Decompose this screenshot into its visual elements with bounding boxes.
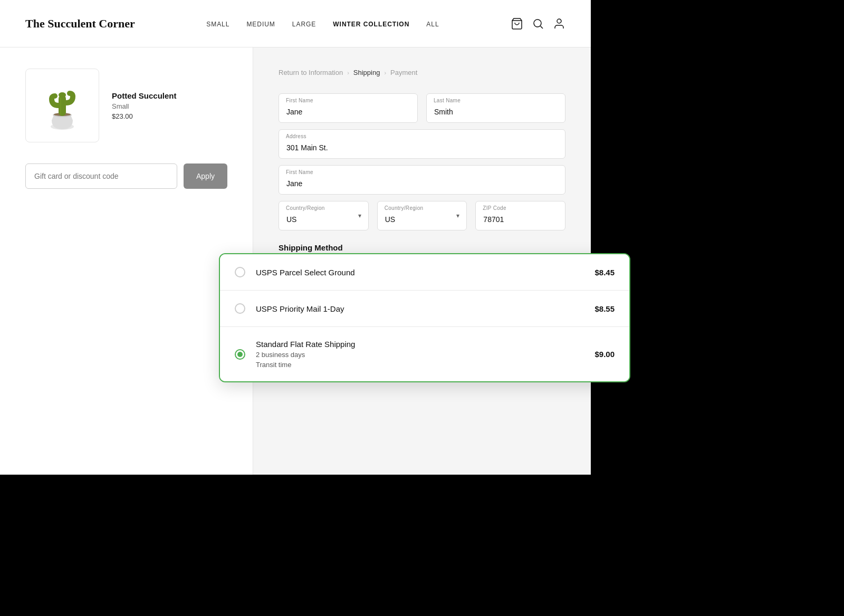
nav-item-small[interactable]: SMALL — [206, 19, 229, 28]
country-zip-row: Country/Region US CA GB Country/Region U… — [279, 201, 565, 230]
nav-link-all: ALL — [426, 21, 439, 28]
first-name-field: First Name — [279, 93, 418, 123]
shipping-method-title: Shipping Method — [279, 243, 565, 252]
nav-link-winter: WINTER COLLECTION — [333, 21, 409, 28]
shipping-price-1: $8.45 — [594, 268, 615, 277]
svg-point-3 — [557, 19, 561, 23]
product-variant: Small — [112, 102, 227, 110]
last-name-field: Last Name — [426, 93, 565, 123]
product-item: Potted Succulent Small $23.00 — [25, 69, 227, 142]
nav-links: SMALL MEDIUM LARGE WINTER COLLECTION ALL — [135, 19, 511, 28]
cart-icon[interactable] — [511, 17, 523, 30]
svg-point-1 — [534, 20, 541, 27]
apply-button[interactable]: Apply — [184, 163, 227, 189]
first-name2-field: First Name — [279, 165, 565, 195]
product-image — [25, 69, 99, 142]
nav-item-medium[interactable]: MEDIUM — [246, 19, 275, 28]
radio-1[interactable] — [235, 267, 245, 277]
dark-bottom — [0, 475, 844, 616]
shipping-detail2-3: Transit time — [256, 361, 594, 369]
header: The Succulent Corner SMALL MEDIUM LARGE … — [0, 0, 591, 47]
breadcrumb-payment: Payment — [390, 69, 417, 76]
breadcrumb-chevron1: › — [347, 70, 349, 76]
address-field: Address — [279, 129, 565, 159]
shipping-detail1-3: 2 business days — [256, 351, 594, 359]
shipping-price-2: $8.55 — [594, 304, 615, 313]
breadcrumb-shipping: Shipping — [353, 69, 380, 76]
cactus-illustration — [41, 79, 83, 132]
address-row: Address — [279, 129, 565, 159]
shipping-card: USPS Parcel Select Ground $8.45 USPS Pri… — [219, 253, 630, 382]
shipping-option-3[interactable]: Standard Flat Rate Shipping 2 business d… — [220, 327, 629, 381]
nav-link-small: SMALL — [206, 21, 229, 28]
nav-item-large[interactable]: LARGE — [292, 19, 316, 28]
nav-link-medium: MEDIUM — [246, 21, 275, 28]
search-icon[interactable] — [532, 17, 544, 30]
nav-item-winter[interactable]: WINTER COLLECTION — [333, 19, 409, 28]
breadcrumb-chevron2: › — [384, 70, 386, 76]
product-name: Potted Succulent — [112, 91, 227, 100]
country2-select[interactable]: US CA GB — [377, 201, 467, 230]
shipping-label-1: USPS Parcel Select Ground — [256, 268, 594, 277]
breadcrumb-return[interactable]: Return to Information — [279, 69, 343, 76]
country1-field: Country/Region US CA GB — [279, 201, 369, 230]
shipping-option-1[interactable]: USPS Parcel Select Ground $8.45 — [220, 254, 629, 291]
discount-input[interactable] — [25, 163, 177, 189]
shipping-option-2[interactable]: USPS Priority Mail 1-Day $8.55 — [220, 291, 629, 327]
first-name-input[interactable] — [279, 93, 418, 123]
site-title: The Succulent Corner — [25, 17, 135, 31]
shipping-name-2: USPS Priority Mail 1-Day — [256, 304, 594, 313]
left-panel: Potted Succulent Small $23.00 Apply — [0, 47, 253, 475]
header-icons — [511, 17, 565, 30]
user-icon[interactable] — [553, 17, 565, 30]
product-price: $23.00 — [112, 112, 227, 120]
shipping-name-1: USPS Parcel Select Ground — [256, 268, 594, 277]
name-row: First Name Last Name — [279, 93, 565, 123]
nav-link-large: LARGE — [292, 21, 316, 28]
page-container: The Succulent Corner SMALL MEDIUM LARGE … — [0, 0, 591, 475]
address-input[interactable] — [279, 129, 565, 159]
radio-2[interactable] — [235, 303, 245, 314]
svg-point-8 — [59, 92, 66, 98]
zip-input[interactable] — [475, 201, 565, 230]
country1-select[interactable]: US CA GB — [279, 201, 369, 230]
country2-field: Country/Region US CA GB — [377, 201, 467, 230]
shipping-label-2: USPS Priority Mail 1-Day — [256, 304, 594, 313]
radio-3[interactable] — [235, 349, 245, 360]
discount-row: Apply — [25, 163, 227, 189]
product-info: Potted Succulent Small $23.00 — [112, 91, 227, 120]
breadcrumb: Return to Information › Shipping › Payme… — [279, 69, 565, 76]
shipping-label-3: Standard Flat Rate Shipping 2 business d… — [256, 340, 594, 369]
first-name2-input[interactable] — [279, 165, 565, 195]
shipping-name-3: Standard Flat Rate Shipping — [256, 340, 594, 349]
svg-line-2 — [541, 26, 543, 28]
shipping-price-3: $9.00 — [594, 350, 615, 359]
last-name-input[interactable] — [426, 93, 565, 123]
first-name2-row: First Name — [279, 165, 565, 195]
nav-item-all[interactable]: ALL — [426, 19, 439, 28]
zip-field: ZIP Code — [475, 201, 565, 230]
